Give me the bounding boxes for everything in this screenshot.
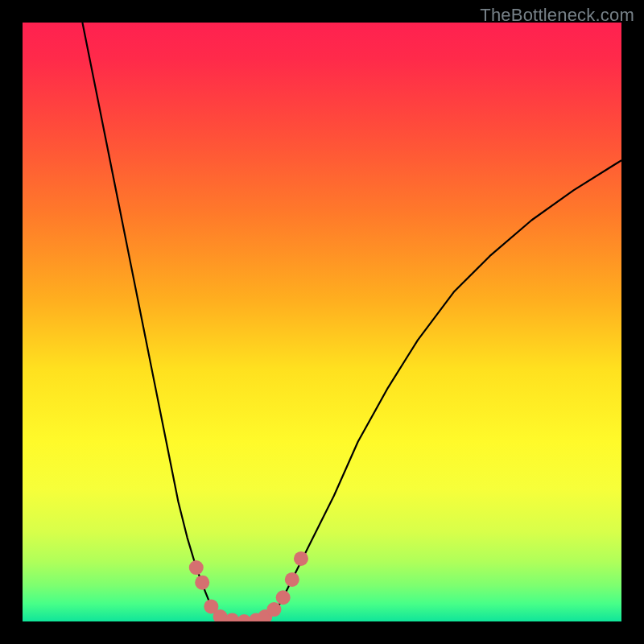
data-marker bbox=[266, 602, 281, 617]
data-marker bbox=[294, 551, 308, 566]
gradient-background bbox=[23, 23, 621, 621]
data-marker bbox=[195, 576, 209, 590]
data-marker bbox=[285, 572, 299, 587]
data-marker bbox=[189, 560, 204, 575]
plot-area bbox=[23, 23, 621, 621]
chart-frame: TheBottleneck.com bbox=[0, 0, 644, 644]
chart-svg bbox=[23, 23, 621, 621]
data-marker bbox=[276, 590, 291, 605]
